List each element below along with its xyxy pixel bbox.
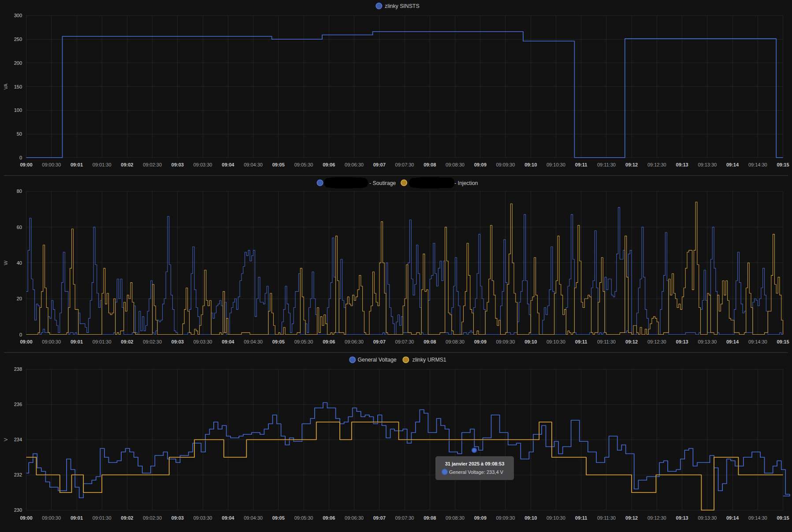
svg-text:09:11:30: 09:11:30 [597, 339, 616, 344]
svg-text:09:08: 09:08 [424, 339, 436, 344]
svg-text:31 janvier 2025 à 09:08:53: 31 janvier 2025 à 09:08:53 [445, 461, 505, 466]
svg-text:230: 230 [14, 507, 22, 513]
svg-text:0: 0 [19, 155, 22, 160]
svg-text:09:14: 09:14 [726, 339, 739, 344]
svg-text:09:00: 09:00 [20, 162, 32, 167]
svg-text:09:07: 09:07 [373, 162, 386, 167]
svg-text:09:00:30: 09:00:30 [42, 515, 61, 521]
svg-text:09:02:30: 09:02:30 [143, 515, 162, 521]
svg-text:09:10: 09:10 [524, 339, 537, 344]
svg-text:232: 232 [14, 472, 22, 477]
svg-text:09:14: 09:14 [726, 162, 739, 167]
svg-text:09:06:30: 09:06:30 [345, 339, 364, 344]
svg-text:09:02:30: 09:02:30 [143, 162, 162, 167]
svg-text:09:02: 09:02 [121, 162, 133, 167]
svg-text:09:04: 09:04 [222, 515, 234, 521]
svg-text:09:13: 09:13 [676, 515, 688, 521]
svg-text:09:13: 09:13 [676, 162, 688, 167]
svg-text:09:04: 09:04 [222, 162, 234, 167]
svg-text:234: 234 [14, 437, 22, 442]
svg-text:09:15: 09:15 [777, 162, 789, 167]
svg-text:W: W [3, 260, 8, 265]
svg-text:VA: VA [3, 83, 8, 90]
svg-text:09:07:30: 09:07:30 [395, 162, 414, 167]
svg-text:09:12: 09:12 [625, 162, 638, 167]
svg-text:- Soutirage: - Soutirage [369, 180, 396, 186]
svg-text:09:02: 09:02 [121, 339, 133, 344]
svg-text:238: 238 [14, 366, 22, 372]
svg-text:09:09:30: 09:09:30 [496, 515, 515, 521]
svg-text:09:07:30: 09:07:30 [395, 515, 414, 521]
svg-text:09:07:30: 09:07:30 [395, 339, 414, 344]
svg-text:09:00: 09:00 [20, 339, 32, 344]
svg-text:09:09: 09:09 [474, 339, 487, 344]
svg-text:250: 250 [14, 37, 22, 42]
svg-text:09:10:30: 09:10:30 [547, 339, 565, 344]
svg-text:09:09:30: 09:09:30 [496, 339, 515, 344]
svg-text:09:10: 09:10 [524, 162, 537, 167]
svg-text:09:13:30: 09:13:30 [698, 162, 717, 167]
svg-text:09:05:30: 09:05:30 [294, 162, 313, 167]
svg-text:09:07: 09:07 [373, 339, 386, 344]
svg-text:09:06: 09:06 [323, 339, 335, 344]
svg-text:09:11: 09:11 [575, 515, 587, 521]
svg-text:09:02: 09:02 [121, 515, 133, 521]
svg-text:09:13: 09:13 [676, 339, 688, 344]
svg-text:09:09: 09:09 [474, 162, 487, 167]
svg-text:09:09:30: 09:09:30 [496, 162, 515, 167]
svg-text:09:07: 09:07 [373, 515, 386, 521]
svg-text:09:03:30: 09:03:30 [193, 339, 212, 344]
svg-text:09:02:30: 09:02:30 [143, 339, 162, 344]
svg-text:09:08:30: 09:08:30 [446, 515, 465, 521]
svg-text:09:03:30: 09:03:30 [193, 162, 212, 167]
svg-text:09:11:30: 09:11:30 [597, 162, 616, 167]
svg-text:09:01:30: 09:01:30 [93, 162, 112, 167]
svg-text:09:11: 09:11 [575, 162, 587, 167]
svg-text:zlinky SINSTS: zlinky SINSTS [385, 3, 420, 9]
svg-text:300: 300 [14, 13, 22, 18]
svg-text:09:14:30: 09:14:30 [748, 162, 767, 167]
svg-text:09:13:30: 09:13:30 [698, 339, 717, 344]
svg-text:09:08:30: 09:08:30 [446, 339, 465, 344]
svg-text:09:10:30: 09:10:30 [547, 162, 565, 167]
svg-text:09:01: 09:01 [71, 162, 83, 167]
svg-text:09:14:30: 09:14:30 [748, 515, 767, 521]
svg-text:09:15: 09:15 [777, 515, 789, 521]
svg-text:09:01:30: 09:01:30 [93, 339, 112, 344]
svg-text:09:08: 09:08 [424, 515, 436, 521]
svg-text:09:08:30: 09:08:30 [446, 162, 465, 167]
svg-text:09:05: 09:05 [272, 339, 285, 344]
svg-text:09:11: 09:11 [575, 339, 587, 344]
svg-text:09:00:30: 09:00:30 [42, 162, 61, 167]
svg-text:09:04:30: 09:04:30 [244, 339, 263, 344]
svg-text:09:01: 09:01 [71, 339, 83, 344]
svg-text:60: 60 [17, 225, 22, 230]
svg-text:09:05:30: 09:05:30 [294, 515, 313, 521]
svg-text:09:12:30: 09:12:30 [647, 339, 666, 344]
svg-text:20: 20 [17, 296, 22, 301]
svg-text:09:11:30: 09:11:30 [597, 515, 616, 521]
svg-text:09:10:30: 09:10:30 [547, 515, 565, 521]
svg-text:09:08: 09:08 [424, 162, 436, 167]
svg-text:- Injection: - Injection [454, 180, 478, 186]
svg-text:150: 150 [14, 84, 22, 89]
svg-text:09:04: 09:04 [222, 339, 234, 344]
svg-text:09:00: 09:00 [20, 515, 32, 521]
svg-text:09:12: 09:12 [625, 339, 638, 344]
svg-text:09:01:30: 09:01:30 [93, 515, 112, 521]
svg-text:236: 236 [14, 402, 22, 407]
svg-text:09:01: 09:01 [71, 515, 83, 521]
svg-text:09:14: 09:14 [726, 515, 739, 521]
svg-text:09:14:30: 09:14:30 [748, 339, 767, 344]
svg-text:09:10: 09:10 [524, 515, 537, 521]
svg-text:V: V [3, 438, 8, 441]
svg-text:09:06:30: 09:06:30 [345, 515, 364, 521]
svg-text:09:12:30: 09:12:30 [647, 162, 666, 167]
svg-text:09:03: 09:03 [171, 339, 184, 344]
svg-text:09:03: 09:03 [171, 162, 184, 167]
svg-text:09:03:30: 09:03:30 [193, 515, 212, 521]
svg-text:09:15: 09:15 [777, 339, 789, 344]
svg-text:50: 50 [17, 131, 22, 137]
svg-text:General Voltage: General Voltage [358, 357, 397, 363]
svg-text:General Voltage: 233,4 V: General Voltage: 233,4 V [449, 469, 504, 475]
